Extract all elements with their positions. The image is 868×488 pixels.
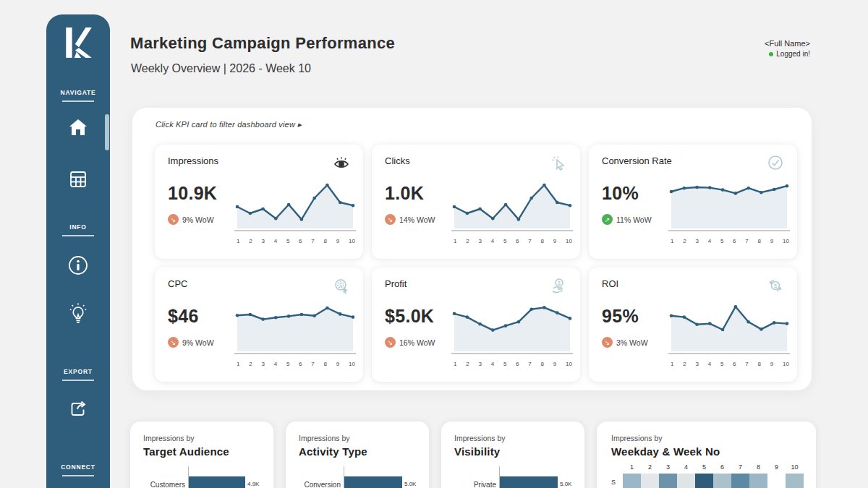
x-tick-label: 6 — [299, 238, 302, 244]
x-tick-label: 8 — [758, 361, 761, 367]
x-tick-label: 8 — [758, 238, 761, 244]
trend-down-badge-icon: ↘ — [385, 337, 396, 348]
bar-label: Conversion — [299, 481, 344, 488]
chart-title: Activity Type — [299, 445, 417, 458]
x-tick-label: 4 — [274, 361, 277, 367]
kpi-instruction: Click KPI card to filter dashboard view … — [156, 120, 302, 129]
x-tick-label: 3 — [478, 361, 481, 367]
x-tick-label: 10 — [566, 361, 572, 367]
share-export-icon — [67, 398, 89, 419]
x-tick-label: 1 — [237, 238, 239, 244]
bar-row: Private 5.0K — [454, 466, 573, 488]
sparkline: 12345678910 — [233, 171, 357, 244]
kpi-card-impressions[interactable]: Impressions 10.9K ↘ 9% WoW 12345678910 — [155, 145, 363, 259]
heatmap-col-header: 5 — [695, 463, 713, 471]
x-tick-label: 9 — [770, 361, 773, 367]
x-axis-labels: 12345678910 — [233, 361, 357, 367]
sparkline-chart — [450, 176, 574, 234]
trend-down-badge-icon: ↘ — [168, 337, 179, 348]
sidebar-item-info[interactable] — [46, 254, 110, 276]
x-tick-label: 1 — [237, 361, 239, 367]
kpi-title: Clicks — [385, 155, 410, 166]
bar-value: 5.0K — [560, 481, 571, 487]
x-tick-label: 2 — [683, 238, 686, 244]
x-tick-label: 1 — [454, 361, 456, 367]
kpi-card-cpc[interactable]: CPC $ $46 ↘ 9% WoW 12345678910 — [155, 267, 363, 382]
sparkline: 12345678910 — [450, 294, 574, 367]
bar-label: Private — [454, 481, 499, 488]
x-tick-label: 10 — [349, 238, 355, 244]
kpi-card-profit[interactable]: Profit $ $5.0K ↘ 16% WoW 12345678910 — [372, 267, 580, 382]
home-icon — [68, 117, 88, 137]
x-tick-label: 1 — [454, 238, 456, 244]
sidebar-item-share[interactable] — [46, 398, 110, 419]
heatmap-column-headers: 12345678910 — [623, 463, 804, 471]
sidebar-section-connect: CONNECT — [46, 463, 110, 471]
app-logo[interactable] — [46, 26, 110, 59]
heatmap-col-header: 1 — [623, 463, 641, 471]
wow-label: 9% WoW — [182, 215, 214, 224]
sparkline: 12345678910 — [450, 171, 574, 244]
chart-title: Target Audience — [143, 445, 262, 458]
x-tick-label: 8 — [541, 238, 544, 244]
x-tick-label: 9 — [553, 361, 556, 367]
trend-up-badge-icon: ↗ — [602, 214, 613, 225]
heatmap-cell — [641, 474, 659, 488]
heatmap-col-header: 3 — [659, 463, 677, 471]
chart-subtitle: Impressions by — [611, 434, 804, 442]
x-tick-label: 4 — [274, 238, 277, 244]
x-tick-label: 4 — [708, 238, 711, 244]
sidebar-scrollbar[interactable] — [105, 114, 109, 150]
heatmap-cell — [731, 474, 749, 488]
login-status-text: Logged in! — [776, 50, 810, 58]
x-tick-label: 8 — [541, 361, 544, 367]
kpi-title: Profit — [385, 278, 407, 289]
kpi-card-clicks[interactable]: Clicks 1.0K ↘ 14% WoW 12345678910 — [372, 145, 580, 259]
sidebar-item-table[interactable] — [46, 169, 110, 189]
svg-text:$: $ — [774, 283, 778, 289]
x-tick-label: 10 — [349, 361, 355, 367]
heatmap-cell — [677, 474, 695, 488]
divider — [62, 475, 94, 476]
x-axis-labels: 12345678910 — [450, 361, 574, 367]
x-axis-labels: 12345678910 — [667, 361, 791, 367]
chart-subtitle: Impressions by — [299, 434, 417, 442]
kpi-title: CPC — [168, 278, 187, 289]
page-subtitle: Weekly Overview | 2026 - Week 10 — [131, 62, 311, 75]
x-tick-label: 7 — [745, 361, 748, 367]
x-tick-label: 6 — [733, 361, 736, 367]
chart-subtitle: Impressions by — [143, 434, 262, 442]
wow-label: 14% WoW — [399, 215, 435, 224]
chart-card-visibility[interactable]: Impressions by Visibility Private 5.0K — [441, 421, 584, 488]
bar-label: Customers — [143, 481, 188, 488]
chart-card-activity-type[interactable]: Impressions by Activity Type Conversion … — [286, 421, 429, 488]
x-tick-label: 10 — [783, 238, 789, 244]
sparkline-chart — [667, 176, 791, 234]
hand-coin-icon: $ — [550, 277, 567, 294]
chart-title: Weekday & Week No — [611, 445, 804, 458]
k-logo-icon — [63, 26, 93, 59]
kpi-card-conversion-rate[interactable]: Conversion Rate 10% ↗ 11% WoW 1234567891… — [589, 145, 797, 259]
sparkline-chart — [667, 299, 791, 356]
wow-label: 11% WoW — [616, 215, 652, 224]
info-icon — [67, 254, 89, 276]
x-tick-label: 6 — [299, 361, 302, 367]
x-tick-label: 5 — [503, 361, 506, 367]
x-tick-label: 3 — [261, 238, 264, 244]
x-tick-label: 5 — [286, 361, 289, 367]
chart-card-weekday-weekno[interactable]: Impressions by Weekday & Week No 1234567… — [597, 421, 816, 488]
chart-card-target-audience[interactable]: Impressions by Target Audience Customers… — [130, 421, 273, 488]
heatmap-row: S — [611, 474, 804, 488]
x-axis-labels: 12345678910 — [667, 238, 791, 244]
kpi-value: 1.0K — [385, 183, 450, 204]
cursor-click-icon — [550, 154, 567, 171]
eye-icon — [333, 154, 350, 171]
bar-row: Customers 4.9K — [143, 466, 262, 488]
sidebar-item-tips[interactable] — [46, 302, 110, 325]
bar-value: 4.9K — [247, 481, 259, 487]
kpi-card-roi[interactable]: ROI $ 95% ↘ 3% WoW 12345678910 — [589, 267, 797, 382]
table-grid-icon — [68, 169, 88, 189]
bar — [344, 476, 402, 488]
bar-row: Conversion 5.0K — [299, 466, 417, 488]
sidebar-item-home[interactable] — [46, 117, 110, 137]
